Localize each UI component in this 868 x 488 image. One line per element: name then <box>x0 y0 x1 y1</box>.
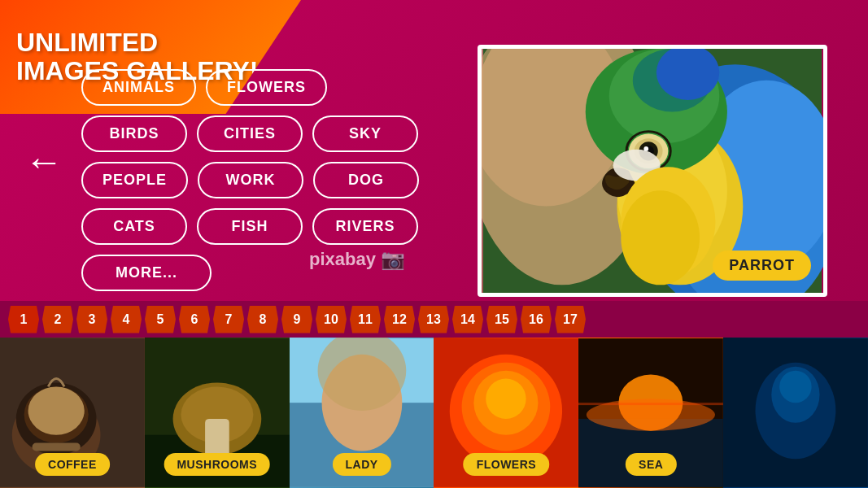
page-num-9[interactable]: 9 <box>281 306 312 333</box>
thumb-label-0: COFFEE <box>35 453 110 476</box>
thumb-label-4: SEA <box>626 453 676 476</box>
page-num-7[interactable]: 7 <box>213 306 244 333</box>
page-num-17[interactable]: 17 <box>555 306 586 333</box>
thumb-label-2: LADY <box>333 453 391 476</box>
page-num-11[interactable]: 11 <box>350 306 381 333</box>
page-num-5[interactable]: 5 <box>145 306 176 333</box>
page-num-16[interactable]: 16 <box>521 306 552 333</box>
thumbnails-strip: COFFEE MUSHROOMS LADY FLOWERS SEA <box>0 338 868 488</box>
thumb-label-1: MUSHROOMS <box>164 453 270 476</box>
category-row-2: PEOPLE WORK DOG <box>81 162 419 198</box>
svg-rect-26 <box>33 443 81 451</box>
pagination-strip: 1234567891011121314151617 <box>0 301 868 338</box>
category-dog[interactable]: DOG <box>313 162 419 198</box>
main-image-frame[interactable]: PARROT <box>478 45 827 297</box>
svg-point-49 <box>779 371 812 403</box>
thumb-label-3: FLOWERS <box>464 453 550 476</box>
page-num-3[interactable]: 3 <box>76 306 107 333</box>
page-num-2[interactable]: 2 <box>42 306 73 333</box>
pixabay-text: pixabay <box>309 249 376 270</box>
category-rivers[interactable]: RIVERS <box>312 208 418 245</box>
category-row-3: CATS FISH RIVERS <box>81 208 419 245</box>
back-button[interactable]: ← <box>24 142 63 181</box>
page-num-14[interactable]: 14 <box>452 306 483 333</box>
page-num-1[interactable]: 1 <box>8 306 39 333</box>
pixabay-logo: pixabay 📷 <box>309 248 405 271</box>
category-work[interactable]: WORK <box>198 162 303 198</box>
thumb-bg-5 <box>723 338 868 488</box>
parrot-label: PARROT <box>713 251 811 281</box>
svg-point-25 <box>28 386 85 434</box>
category-row-0: ANIMALS FLOWERS <box>81 69 419 106</box>
category-birds[interactable]: BIRDS <box>81 115 187 152</box>
parrot-image: PARROT <box>482 49 823 293</box>
svg-point-40 <box>486 379 526 419</box>
top-section: UNLIMITED IMAGES GALLERY! ← ANIMALS FLOW… <box>0 0 868 317</box>
page-num-4[interactable]: 4 <box>111 306 142 333</box>
thumbnail-5[interactable] <box>723 338 868 488</box>
category-fish[interactable]: FISH <box>197 208 303 245</box>
category-animals[interactable]: ANIMALS <box>81 69 196 106</box>
category-people[interactable]: PEOPLE <box>81 162 188 198</box>
thumbnail-0[interactable]: COFFEE <box>0 338 145 488</box>
page-num-8[interactable]: 8 <box>247 306 278 333</box>
page-num-10[interactable]: 10 <box>316 306 347 333</box>
page-num-13[interactable]: 13 <box>418 306 449 333</box>
category-cats[interactable]: CATS <box>81 208 187 245</box>
category-more[interactable]: MORE... <box>81 255 212 291</box>
page-num-6[interactable]: 6 <box>179 306 210 333</box>
thumbnail-3[interactable]: FLOWERS <box>434 338 578 488</box>
category-cities[interactable]: CITIES <box>197 115 303 152</box>
thumbnail-1[interactable]: MUSHROOMS <box>145 338 290 488</box>
thumbnail-2[interactable]: LADY <box>290 338 434 488</box>
svg-point-20 <box>621 190 700 285</box>
thumbnail-4[interactable]: SEA <box>578 338 723 488</box>
svg-rect-45 <box>578 403 723 405</box>
camera-icon: 📷 <box>381 248 405 271</box>
page-num-15[interactable]: 15 <box>486 306 517 333</box>
category-sky[interactable]: SKY <box>312 115 418 152</box>
category-flowers[interactable]: FLOWERS <box>206 69 327 106</box>
category-row-1: BIRDS CITIES SKY <box>81 115 419 152</box>
page-num-12[interactable]: 12 <box>384 306 415 333</box>
svg-point-16 <box>643 146 648 151</box>
